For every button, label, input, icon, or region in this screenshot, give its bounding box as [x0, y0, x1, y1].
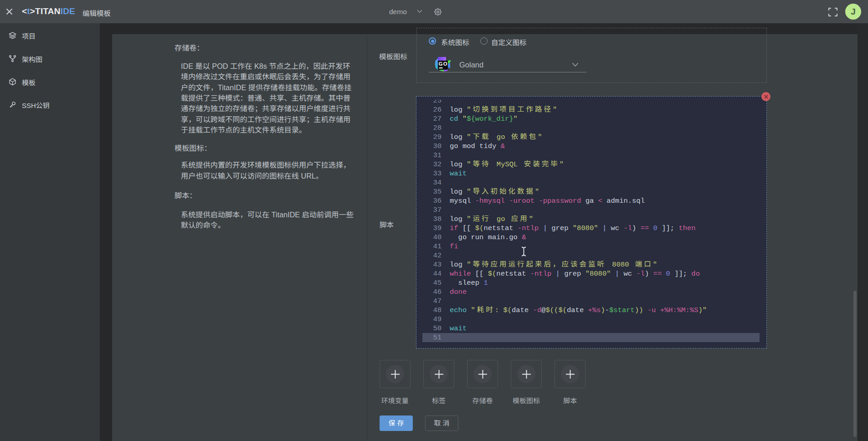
- svg-text:GO: GO: [439, 61, 447, 67]
